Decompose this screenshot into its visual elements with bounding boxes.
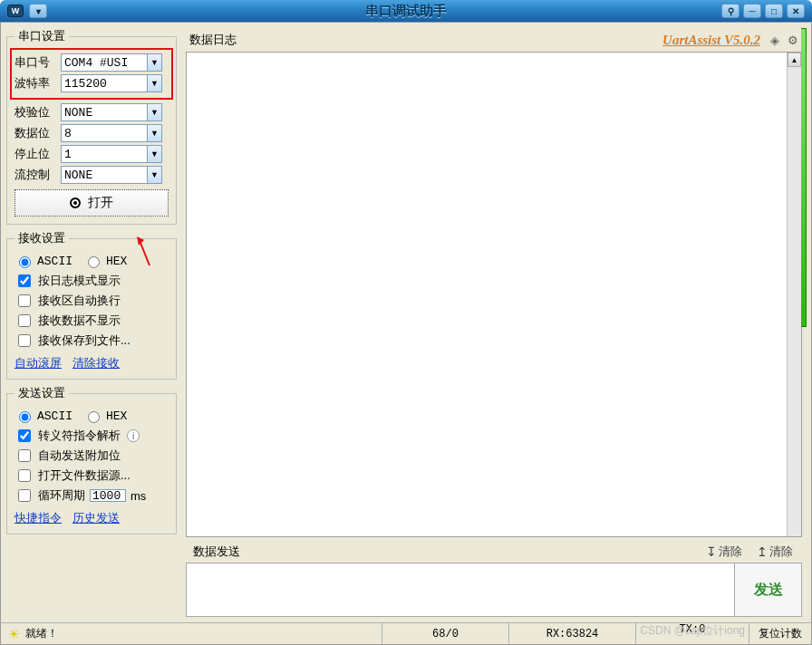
send-input[interactable] [187,563,734,616]
minimize-button[interactable]: ─ [743,4,761,18]
flow-combo[interactable]: ▼ [61,166,162,184]
send-ascii-radio[interactable]: ASCII [14,409,72,423]
chk-cycle[interactable]: 循环周期 ms [14,486,169,505]
chk-wrap[interactable]: 接收区自动换行 [14,292,169,310]
send-settings-legend: 发送设置 [14,385,69,401]
close-button[interactable]: ✕ [787,4,805,18]
send-hex-radio[interactable]: HEX [83,409,127,423]
cycle-unit: ms [130,489,146,503]
side-indicator [801,28,807,327]
port-label: 串口号 [14,54,58,71]
stopbits-input[interactable] [61,145,148,163]
log-textarea[interactable]: ▲ [186,52,802,537]
port-combo[interactable]: ▼ [61,53,162,72]
arrow-down-icon: ↧ [706,544,717,559]
diamond-icon[interactable]: ◈ [766,31,784,49]
recv-settings-legend: 接收设置 [14,230,69,246]
dropdown-icon[interactable]: ▼ [148,53,162,72]
status-seg-tx: TX:0 CSDN @cap位计iong [635,623,749,644]
arrow-up-icon: ↥ [757,544,768,559]
chk-autosend-extra[interactable]: 自动发送附加位 [14,447,169,465]
cycle-label: 循环周期 [38,487,85,504]
databits-combo[interactable]: ▼ [61,124,162,142]
log-header: 数据日志 UartAssist V5.0.2 ◈ ⚙ [182,28,806,52]
databits-input[interactable] [61,124,148,142]
port-settings-group: 串口设置 串口号 ▼ 波特率 ▼ 校验 [6,28,177,225]
recv-hex-radio[interactable]: HEX [83,254,127,268]
baud-combo[interactable]: ▼ [61,74,162,92]
recv-ascii-radio[interactable]: ASCII [14,254,72,268]
send-panel-title: 数据发送 [193,544,240,560]
chk-save[interactable]: 接收保存到文件... [14,332,169,350]
flow-input[interactable] [61,166,148,184]
port-input[interactable] [61,53,148,72]
log-title: 数据日志 [189,32,237,48]
link-history[interactable]: 历史发送 [72,510,120,526]
chk-logmode[interactable]: 按日志模式显示 [14,272,169,290]
stopbits-label: 停止位 [14,146,58,162]
chk-openfile[interactable]: 打开文件数据源... [14,467,169,485]
dropdown-icon[interactable]: ▼ [148,145,162,163]
chk-hide[interactable]: 接收数据不显示 [14,312,169,330]
scroll-up-icon[interactable]: ▲ [788,53,801,67]
titlebar-dropdown-icon[interactable]: ▾ [29,4,47,18]
baud-label: 波特率 [14,75,58,91]
link-autoscroll[interactable]: 自动滚屏 [14,355,62,371]
brand-link[interactable]: UartAssist V5.0.2 [662,33,760,48]
status-ready: 就绪！ [25,626,58,641]
databits-label: 数据位 [14,125,58,141]
status-dot-icon [70,197,81,208]
dropdown-icon[interactable]: ▼ [148,74,162,92]
scrollbar[interactable]: ▲ [787,53,801,536]
dropdown-icon[interactable]: ▼ [148,124,162,142]
clear-up-button[interactable]: ↥清除 [751,543,798,561]
parity-label: 校验位 [14,104,58,120]
dropdown-icon[interactable]: ▼ [148,103,162,121]
status-seg-rx: RX:63824 [508,623,635,644]
port-settings-legend: 串口设置 [14,28,69,44]
dropdown-icon[interactable]: ▼ [148,166,162,184]
send-settings-group: 发送设置 ASCII HEX 转义符指令解析i 自动发送附加位 打开文件数据源.… [6,385,177,534]
window-title: 串口调试助手 [188,3,624,20]
link-shortcut[interactable]: 快捷指令 [14,510,62,526]
chk-escape[interactable]: 转义符指令解析i [14,427,169,445]
baud-input[interactable] [61,74,148,92]
title-bar: W ▾ 串口调试助手 ⚲ ─ □ ✕ [0,0,812,22]
reset-counter-button[interactable]: 复位计数 [749,623,811,644]
info-icon[interactable]: i [127,429,140,442]
status-seg-bytes: 68/0 [382,623,508,644]
link-clear-recv[interactable]: 清除接收 [72,355,120,371]
watermark-text: CSDN @cap位计iong [640,623,745,639]
flow-label: 流控制 [14,167,58,183]
highlight-box: 串口号 ▼ 波特率 ▼ [10,48,173,100]
cycle-input[interactable] [90,489,126,502]
app-frame: 串口设置 串口号 ▼ 波特率 ▼ 校验 [0,22,812,645]
maximize-button[interactable]: □ [765,4,783,18]
gear-icon[interactable]: ⚙ [784,31,802,49]
stopbits-combo[interactable]: ▼ [61,145,162,163]
pin-button-icon[interactable]: ⚲ [721,4,740,18]
recv-settings-group: 接收设置 ASCII HEX 按日志模式显示 接收区自动换行 接收数据不显示 接… [6,230,177,380]
status-light-icon: ☀ [8,627,20,641]
app-logo-icon: W [7,5,24,17]
status-bar: ☀ 就绪！ 68/0 RX:63824 TX:0 CSDN @cap位计iong… [1,622,811,644]
open-port-label: 打开 [88,195,113,211]
parity-combo[interactable]: ▼ [61,103,162,121]
send-button[interactable]: 发送 [734,563,801,616]
clear-down-button[interactable]: ↧清除 [701,543,748,561]
parity-input[interactable] [61,103,148,121]
open-port-button[interactable]: 打开 [14,189,169,217]
